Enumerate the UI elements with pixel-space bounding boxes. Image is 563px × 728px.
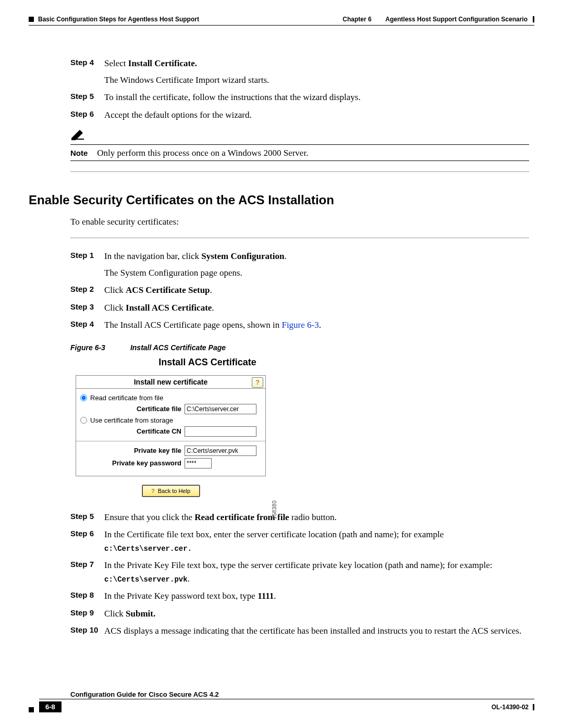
radio-label: Read certificate from file <box>90 394 163 402</box>
footer-title: Configuration Guide for Cisco Secure ACS… <box>70 690 219 698</box>
text: In the Certificate file text box, enter … <box>104 529 444 539</box>
text: . <box>319 320 321 330</box>
note-label: Note <box>70 149 88 157</box>
pk-file-label: Private key file <box>80 447 185 454</box>
text-mono: c:\Certs\server.pvk <box>104 575 188 584</box>
step-body: Accept the default options for the wizar… <box>104 108 529 122</box>
step-body: Select Install Certificate. The Windows … <box>104 57 529 87</box>
figure-caption-text: Install ACS Certificate Page <box>130 343 226 352</box>
step-label: Step 4 <box>70 57 104 87</box>
text-bold: Submit. <box>126 609 155 619</box>
text: Ensure that you click the <box>104 512 194 522</box>
back-to-help-button[interactable]: ? Back to Help <box>142 485 200 497</box>
step-body: Click Install ACS Certificate. <box>104 301 529 315</box>
cert-head-text: Install new certificate <box>134 378 208 386</box>
text: The Windows Certificate Import wizard st… <box>104 73 529 87</box>
text: Click <box>104 285 126 295</box>
cert-file-label: Certificate file <box>80 405 185 413</box>
section-divider <box>70 171 529 172</box>
help-icon-text: ? <box>255 378 260 386</box>
text-bold: ACS Certificate Setup <box>126 285 210 295</box>
radio-read-from-file[interactable] <box>80 394 87 401</box>
text-bold: Install ACS Certificate <box>126 303 212 313</box>
note-block: Note Only perform this process once on a… <box>70 129 529 161</box>
step-row: Step 5 To install the certificate, follo… <box>70 91 529 104</box>
text: In the Private Key password text box, ty… <box>104 591 258 601</box>
pencil-icon <box>70 129 529 142</box>
step-label: Step 6 <box>70 528 104 554</box>
step-body: ACS displays a message indicating that t… <box>104 624 529 638</box>
section-heading: Enable Security Certificates on the ACS … <box>29 193 529 207</box>
text: . <box>212 303 214 313</box>
step-label: Step 3 <box>70 301 104 315</box>
square-icon <box>29 707 34 712</box>
text: . <box>210 285 212 295</box>
step-label: Step 8 <box>70 589 104 603</box>
step-body: To install the certificate, follow the i… <box>104 91 529 104</box>
text-bold: System Configuration <box>201 251 284 261</box>
running-header: Basic Configuration Steps for Agentless … <box>29 16 534 23</box>
step-label: Step 6 <box>70 108 104 122</box>
square-icon <box>29 17 34 22</box>
step-body: Click ACS Certificate Setup. <box>104 283 529 297</box>
step-body: Click Submit. <box>104 607 529 621</box>
text-bold: Install Certificate. <box>128 58 197 68</box>
back-to-help-label: Back to Help <box>158 488 190 494</box>
tick-icon <box>533 16 534 22</box>
text-mono: c:\Certs\server.cer. <box>104 545 192 553</box>
radio-label: Use certificate from storage <box>90 416 173 424</box>
text: The System Configuration page opens. <box>104 266 529 280</box>
install-cert-widget: Install new certificate ? Read certifica… <box>76 375 266 497</box>
intro-text: To enable security certificates: <box>70 217 529 227</box>
radio-use-storage[interactable] <box>80 417 87 424</box>
step-body: In the Certificate file text box, enter … <box>104 528 529 554</box>
step-body: In the Private Key password text box, ty… <box>104 589 529 603</box>
step-label: Step 2 <box>70 283 104 297</box>
text: The Install ACS Certificate page opens, … <box>104 320 282 330</box>
figure-title: Install ACS Certificate <box>111 357 304 368</box>
text: Select <box>104 58 128 68</box>
text: . <box>188 574 190 584</box>
footer: Configuration Guide for Cisco Secure ACS… <box>29 689 534 712</box>
text: . <box>274 591 276 601</box>
pk-file-input[interactable] <box>185 446 256 456</box>
pk-pwd-input[interactable] <box>185 458 212 468</box>
step-label: Step 7 <box>70 559 104 585</box>
step-row: Step 4 Select Install Certificate. The W… <box>70 57 529 87</box>
cert-file-input[interactable] <box>185 404 256 414</box>
text: In the navigation bar, click <box>104 251 201 261</box>
text: In the Private Key File text box, type t… <box>104 560 492 570</box>
note-text: Only perform this process once on a Wind… <box>97 148 308 158</box>
text: Click <box>104 303 126 313</box>
footer-code: OL-14390-02 <box>492 704 529 711</box>
header-rule <box>29 25 534 26</box>
section-divider <box>70 238 529 238</box>
step-body: In the Private Key File text box, type t… <box>104 559 529 585</box>
cert-cn-input[interactable] <box>185 426 256 437</box>
step-body: The Install ACS Certificate page opens, … <box>104 318 529 332</box>
step-label: Step 9 <box>70 607 104 621</box>
text-bold: 1111 <box>258 591 274 601</box>
help-icon[interactable]: ? <box>252 377 263 388</box>
header-title: Agentless Host Support Configuration Sce… <box>385 16 528 23</box>
text: radio button. <box>289 512 337 522</box>
figure-number: Figure 6-3 <box>70 343 105 352</box>
cert-head: Install new certificate ? <box>76 376 265 389</box>
figure-link[interactable]: Figure 6-3 <box>282 320 319 330</box>
header-chapter: Chapter 6 <box>342 16 371 23</box>
step-label: Step 1 <box>70 250 104 279</box>
text: Click <box>104 609 126 619</box>
figure-caption: Figure 6-3 Install ACS Certificate Page <box>70 343 529 352</box>
page-number-badge: 6-8 <box>39 701 62 712</box>
tick-icon <box>533 704 534 710</box>
pk-pwd-label: Private key password <box>80 459 185 467</box>
help-icon: ? <box>151 488 155 494</box>
cert-cn-label: Certificate CN <box>80 427 185 435</box>
step-label: Step 4 <box>70 318 104 332</box>
step-label: Step 5 <box>70 511 104 524</box>
step-body: In the navigation bar, click System Conf… <box>104 250 529 279</box>
step-label: Step 10 <box>70 624 104 638</box>
image-id: 158380 <box>272 500 277 519</box>
header-left-text: Basic Configuration Steps for Agentless … <box>38 16 199 23</box>
step-body: Ensure that you click the Read certifica… <box>104 511 529 524</box>
